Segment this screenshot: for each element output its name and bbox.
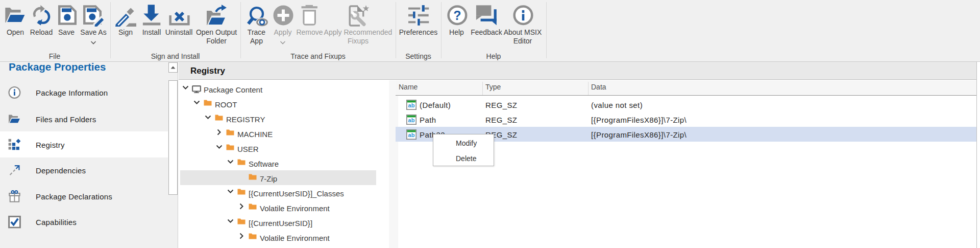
svg-text:ab: ab [408, 117, 415, 123]
svg-text:ab: ab [408, 102, 415, 108]
svg-text:?: ? [453, 8, 461, 22]
svg-text:ab: ab [408, 131, 415, 138]
